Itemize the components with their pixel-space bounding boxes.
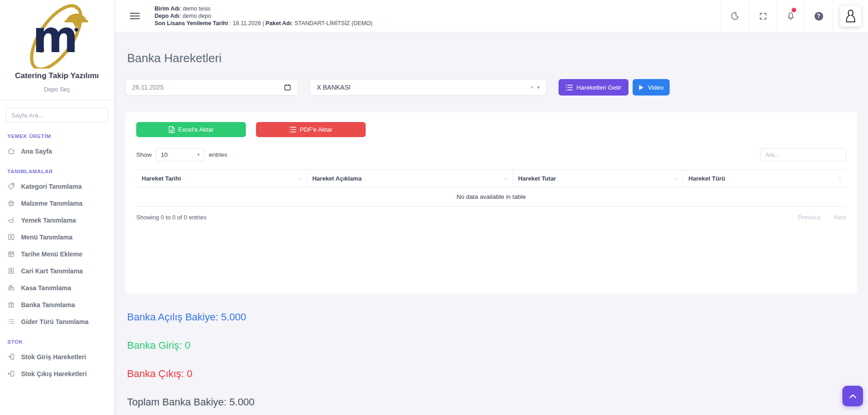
excel-file-icon: [169, 126, 175, 133]
license-value: : 18.11.2026 |: [228, 20, 266, 27]
video-button[interactable]: Video: [633, 79, 669, 96]
license-info: Birim Adı: demo tesis Depo Adı: demo dep…: [154, 5, 373, 27]
pagination: Previous Next: [798, 214, 846, 221]
total-balance-value: 5.000: [227, 396, 255, 408]
chevron-down-icon: ▾: [197, 152, 200, 158]
sort-icon: ↑↓: [674, 175, 677, 181]
sidebar-item-tarihe-menu-ekleme[interactable]: Tarihe Menü Ekleme: [0, 245, 114, 262]
entries-label: entries: [209, 151, 228, 158]
export-pdf-button[interactable]: PDF'e Aktar: [256, 122, 366, 137]
notification-badge: [792, 8, 796, 12]
column-hareket-tarihi[interactable]: ↑↓ Hareket Tarihi: [136, 170, 307, 187]
page-size-select[interactable]: 10 ▾: [156, 148, 205, 161]
list-icon: [289, 127, 296, 133]
sidebar-item-malzeme-tanimlama[interactable]: Malzeme Tanımlama: [0, 195, 114, 212]
sidebar-item-label: Kategori Tanımlama: [21, 183, 82, 190]
next-page-button[interactable]: Next: [834, 214, 846, 221]
sidebar-item-label: Stok Çıkış Hareketleri: [21, 370, 87, 378]
opening-balance-line: Banka Açılış Bakiye: 5.000: [127, 311, 855, 323]
select-tools: × ▾: [530, 84, 540, 90]
show-label: Show: [136, 151, 152, 158]
stock-in-icon: [7, 353, 15, 361]
filters-row: 26.11.2025 X BANKASI × ▾: [125, 79, 857, 96]
excel-button-label: Excel'e Aktar: [178, 126, 214, 133]
sidebar-item-label: Banka Tanımlama: [21, 301, 75, 309]
bank-in-value: 0: [182, 340, 190, 351]
notifications-button[interactable]: [777, 0, 804, 32]
depot-select-link[interactable]: Depo Seç: [0, 86, 114, 93]
info-line-depo: Depo Adı: demo depo: [154, 12, 373, 20]
fetch-transactions-button[interactable]: Hareketleri Getir: [559, 79, 628, 96]
sidebar-item-label: Stok Giriş Hareketleri: [21, 353, 86, 361]
clear-icon[interactable]: ×: [530, 84, 533, 90]
menu-toggle-button[interactable]: [123, 12, 146, 20]
sort-icon: ↑↓: [504, 175, 507, 181]
sidebar-item-label: Menü Tanımlama: [21, 234, 73, 241]
sidebar-divider: [0, 100, 114, 101]
pdf-button-label: PDF'e Aktar: [300, 126, 333, 133]
bank-out-line: Banka Çıkış: 0: [127, 368, 855, 380]
page-title: Banka Hareketleri: [127, 51, 855, 65]
bell-icon: [786, 11, 795, 21]
table-search-input[interactable]: [760, 148, 846, 161]
user-menu-button[interactable]: [832, 0, 868, 32]
menu-card-icon: [7, 233, 15, 241]
sidebar-item-stok-giris-hareketleri[interactable]: Stok Giriş Hareketleri: [0, 348, 114, 365]
column-hareket-tutar[interactable]: ↑↓ Hareket Tutar: [512, 170, 683, 187]
bank-selected-value: X BANKASI: [317, 84, 351, 91]
sidebar-item-cari-kart-tanimlama[interactable]: Cari Kart Tanımlama: [0, 262, 114, 279]
total-balance-line: Toplam Banka Bakiye: 5.000: [127, 396, 855, 408]
section-stok: STOK: [0, 330, 114, 348]
sidebar: m Catering Takip Yazılımı Depo Seç YEMEK…: [0, 0, 114, 415]
dark-mode-button[interactable]: [721, 0, 749, 32]
fullscreen-button[interactable]: [749, 0, 777, 32]
empty-message: No data available in table: [136, 187, 846, 207]
page-search-input[interactable]: [5, 108, 108, 122]
column-label: Hareket Tutar: [518, 175, 556, 182]
chevron-down-icon[interactable]: ▾: [537, 84, 540, 90]
scroll-to-top-button[interactable]: [842, 386, 863, 406]
date-picker[interactable]: 26.11.2025: [125, 79, 298, 96]
brand-title: Catering Takip Yazılımı: [0, 71, 114, 80]
total-balance-label: Toplam Banka Bakiye:: [127, 396, 227, 408]
table-search: [760, 148, 846, 161]
main-area: Birim Adı: demo tesis Depo Adı: demo dep…: [114, 0, 868, 415]
sidebar-item-banka-tanimlama[interactable]: Banka Tanımlama: [0, 296, 114, 313]
metassoft-logo-icon: m: [22, 4, 92, 69]
column-hareket-turu[interactable]: ↑↓ Hareket Türü: [683, 170, 846, 187]
fetch-button-label: Hareketleri Getir: [576, 84, 621, 91]
list-icon: [566, 85, 573, 90]
sidebar-item-label: Tarihe Menü Ekleme: [21, 250, 82, 258]
brand: m Catering Takip Yazılımı Depo Seç: [0, 0, 114, 93]
empty-row: No data available in table: [136, 187, 846, 207]
sidebar-item-gider-turu-tanimlama[interactable]: Gider Türü Tanımlama: [0, 313, 114, 330]
topbar-actions: ?: [721, 0, 868, 32]
birim-value: : demo tesis: [180, 5, 210, 12]
opening-balance-value: 5.000: [218, 311, 246, 323]
sidebar-item-kategori-tanimlama[interactable]: Kategori Tanımlama: [0, 178, 114, 195]
export-excel-button[interactable]: Excel'e Aktar: [136, 122, 246, 137]
moon-icon: [730, 11, 740, 21]
bank-select[interactable]: X BANKASI × ▾: [310, 79, 547, 96]
column-label: Hareket Açıklama: [312, 175, 362, 182]
cash-register-icon: [7, 284, 15, 292]
video-button-label: Video: [648, 84, 663, 91]
previous-page-button[interactable]: Previous: [798, 214, 821, 221]
sidebar-item-label: Yemek Tanımlama: [21, 217, 76, 224]
sidebar-item-stok-cikis-hareketleri[interactable]: Stok Çıkış Hareketleri: [0, 365, 114, 382]
help-button[interactable]: ?: [804, 0, 832, 32]
sidebar-item-label: Cari Kart Tanımlama: [21, 267, 83, 275]
bank-in-line: Banka Giriş: 0: [127, 340, 855, 351]
sidebar-item-menu-tanimlama[interactable]: Menü Tanımlama: [0, 229, 114, 245]
calendar-icon: [284, 84, 291, 91]
sidebar-item-yemek-tanimlama[interactable]: Yemek Tanımlama: [0, 212, 114, 229]
depo-label: Depo Adı: [154, 13, 179, 19]
help-icon: ?: [815, 12, 823, 21]
license-label: Son Lisans Yenileme Tarihi: [154, 20, 228, 27]
info-line-license: Son Lisans Yenileme Tarihi : 18.11.2026 …: [154, 20, 373, 27]
sidebar-item-kasa-tanimlama[interactable]: Kasa Tanımlama: [0, 279, 114, 296]
play-icon: [639, 85, 644, 90]
sidebar-item-ana-sayfa[interactable]: Ana Sayfa: [0, 143, 114, 160]
column-hareket-aciklama[interactable]: ↑↓ Hareket Açıklama: [307, 170, 512, 187]
chevron-up-icon: [849, 394, 857, 399]
